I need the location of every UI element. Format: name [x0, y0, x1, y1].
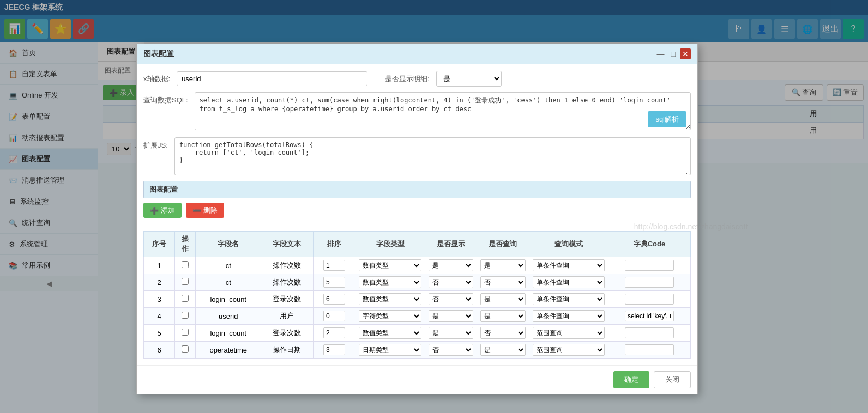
inner-cell-checkbox[interactable]	[175, 291, 196, 308]
sql-parse-btn[interactable]: sql解析	[648, 111, 686, 127]
inner-cell-query-mode[interactable]: 单条件查询范围查询	[529, 342, 608, 359]
inner-cell-type[interactable]: 数值类型字符类型日期类型	[355, 325, 425, 342]
query-select-0[interactable]: 是否	[480, 259, 525, 271]
query-mode-select-0[interactable]: 单条件查询范围查询	[533, 259, 605, 271]
inner-row-checkbox-4[interactable]	[182, 329, 189, 336]
inner-cell-query[interactable]: 是否	[477, 257, 529, 274]
type-select-3[interactable]: 数值类型字符类型日期类型	[359, 310, 421, 322]
dict-input-5[interactable]	[625, 344, 674, 355]
inner-cell-checkbox[interactable]	[175, 308, 196, 325]
inner-cell-dict[interactable]	[608, 257, 690, 274]
inner-cell-query-mode[interactable]: 单条件查询范围查询	[529, 257, 608, 274]
inner-row-checkbox-3[interactable]	[182, 312, 189, 319]
query-mode-select-1[interactable]: 单条件查询范围查询	[533, 276, 605, 288]
query-mode-select-2[interactable]: 单条件查询范围查询	[533, 293, 605, 305]
query-select-4[interactable]: 是否	[480, 327, 525, 339]
inner-cell-type[interactable]: 数值类型字符类型日期类型	[355, 342, 425, 359]
inner-cell-order[interactable]	[313, 274, 355, 291]
inner-table-row: 3 login_count 登录次数 数值类型字符类型日期类型 是否 是否 单条…	[144, 291, 691, 308]
inner-cell-order[interactable]	[313, 342, 355, 359]
sql-textarea[interactable]: select a.userid, count(*) ct, sum(case w…	[195, 92, 691, 130]
inner-cell-show[interactable]: 是否	[425, 325, 477, 342]
inner-cell-show[interactable]: 是否	[425, 308, 477, 325]
inner-row-checkbox-1[interactable]	[182, 278, 189, 285]
extend-js-textarea[interactable]: function getTotalRows(totalRows) { retur…	[174, 137, 691, 175]
type-select-1[interactable]: 数值类型字符类型日期类型	[359, 276, 421, 288]
footer-close-btn[interactable]: 关闭	[654, 371, 691, 388]
inner-cell-query-mode[interactable]: 单条件查询范围查询	[529, 291, 608, 308]
dict-input-4[interactable]	[625, 327, 674, 338]
show-select-1[interactable]: 是否	[429, 276, 473, 288]
inner-row-checkbox-5[interactable]	[182, 345, 189, 353]
show-detail-select[interactable]: 是 否	[436, 71, 502, 87]
modal-close-btn[interactable]: ✕	[680, 48, 691, 59]
type-select-5[interactable]: 数值类型字符类型日期类型	[359, 344, 421, 356]
query-mode-select-5[interactable]: 单条件查询范围查询	[533, 344, 605, 356]
inner-row-checkbox-0[interactable]	[182, 261, 189, 268]
inner-cell-order[interactable]	[313, 308, 355, 325]
inner-add-btn[interactable]: ➕ 添加	[143, 203, 182, 218]
order-input-2[interactable]	[323, 294, 345, 305]
inner-cell-type[interactable]: 数值类型字符类型日期类型	[355, 257, 425, 274]
inner-cell-query[interactable]: 是否	[477, 274, 529, 291]
inner-cell-show[interactable]: 是否	[425, 274, 477, 291]
dict-input-3[interactable]	[625, 311, 674, 321]
inner-cell-checkbox[interactable]	[175, 257, 196, 274]
modal-minimize-btn[interactable]: —	[655, 48, 667, 59]
show-select-4[interactable]: 是否	[429, 327, 473, 339]
type-select-2[interactable]: 数值类型字符类型日期类型	[359, 293, 421, 305]
show-select-0[interactable]: 是否	[429, 259, 473, 271]
inner-cell-checkbox[interactable]	[175, 274, 196, 291]
query-select-1[interactable]: 是否	[480, 276, 525, 288]
inner-cell-dict[interactable]	[608, 325, 690, 342]
inner-cell-dict[interactable]	[608, 308, 690, 325]
inner-cell-query[interactable]: 是否	[477, 308, 529, 325]
dict-input-0[interactable]	[625, 260, 674, 271]
order-input-4[interactable]	[323, 327, 345, 338]
inner-cell-checkbox[interactable]	[175, 342, 196, 359]
inner-cell-query[interactable]: 是否	[477, 342, 529, 359]
dict-input-1[interactable]	[625, 277, 674, 288]
inner-cell-dict[interactable]	[608, 342, 690, 359]
inner-cell-order[interactable]	[313, 291, 355, 308]
inner-cell-query-mode[interactable]: 单条件查询范围查询	[529, 274, 608, 291]
inner-section-title: 图表配置	[143, 181, 691, 198]
query-select-2[interactable]: 是否	[480, 293, 525, 305]
inner-cell-checkbox[interactable]	[175, 325, 196, 342]
inner-cell-dict[interactable]	[608, 291, 690, 308]
inner-cell-dict[interactable]	[608, 274, 690, 291]
inner-cell-type[interactable]: 数值类型字符类型日期类型	[355, 274, 425, 291]
x-axis-label: x轴数据:	[143, 74, 170, 84]
confirm-btn[interactable]: 确定	[613, 371, 649, 388]
inner-cell-show[interactable]: 是否	[425, 257, 477, 274]
inner-cell-query[interactable]: 是否	[477, 291, 529, 308]
dict-input-2[interactable]	[625, 294, 674, 305]
inner-cell-query-mode[interactable]: 单条件查询范围查询	[529, 325, 608, 342]
inner-cell-show[interactable]: 是否	[425, 291, 477, 308]
inner-cell-text: 登录次数	[261, 325, 313, 342]
show-select-5[interactable]: 是否	[429, 344, 473, 356]
type-select-0[interactable]: 数值类型字符类型日期类型	[359, 259, 421, 271]
query-mode-select-4[interactable]: 单条件查询范围查询	[533, 327, 605, 339]
inner-delete-btn[interactable]: ➖ 删除	[186, 203, 224, 218]
show-select-2[interactable]: 是否	[429, 293, 473, 305]
order-input-1[interactable]	[323, 277, 345, 288]
type-select-4[interactable]: 数值类型字符类型日期类型	[359, 327, 421, 339]
inner-cell-order[interactable]	[313, 325, 355, 342]
inner-cell-query[interactable]: 是否	[477, 325, 529, 342]
query-select-3[interactable]: 是否	[480, 310, 525, 322]
order-input-0[interactable]	[323, 260, 345, 271]
modal-maximize-btn[interactable]: □	[669, 48, 678, 59]
query-select-5[interactable]: 是否	[480, 344, 525, 356]
inner-row-checkbox-2[interactable]	[182, 295, 189, 302]
inner-cell-query-mode[interactable]: 单条件查询范围查询	[529, 308, 608, 325]
inner-cell-show[interactable]: 是否	[425, 342, 477, 359]
show-select-3[interactable]: 是否	[429, 310, 473, 322]
x-axis-input[interactable]	[177, 71, 367, 86]
order-input-3[interactable]	[323, 311, 345, 321]
inner-cell-type[interactable]: 数值类型字符类型日期类型	[355, 291, 425, 308]
inner-cell-type[interactable]: 数值类型字符类型日期类型	[355, 308, 425, 325]
inner-cell-order[interactable]	[313, 257, 355, 274]
query-mode-select-3[interactable]: 单条件查询范围查询	[533, 310, 605, 322]
order-input-5[interactable]	[323, 344, 345, 355]
